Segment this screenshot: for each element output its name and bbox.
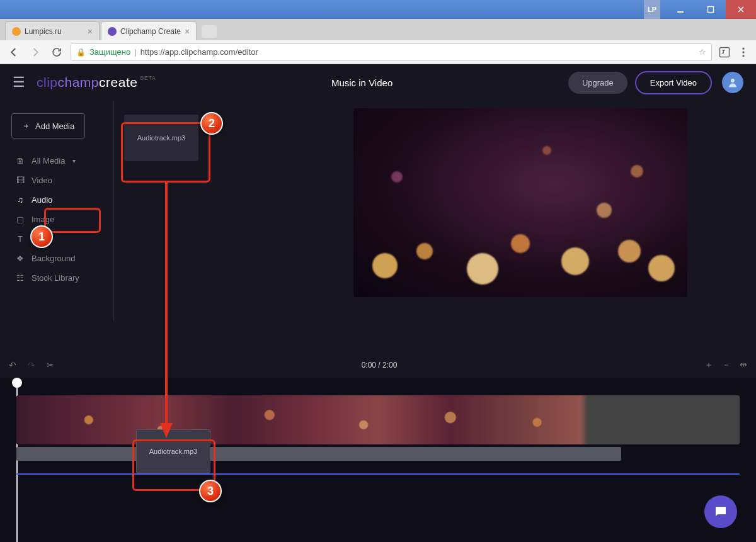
sidebar-item-image[interactable]: ▢ Image xyxy=(11,210,113,229)
preview-panel xyxy=(303,101,756,353)
address-bar[interactable]: 🔒 Защищено | https://app.clipchamp.com/e… xyxy=(71,43,712,61)
sidebar-item-stock[interactable]: ☷ Stock Library xyxy=(11,268,113,288)
browser-tabstrip: Lumpics.ru × Clipchamp Create × xyxy=(0,19,756,40)
media-sidebar: ＋ Add Media 🗎 All Media ▾ 🎞 Video ♫ Audi… xyxy=(0,101,113,353)
svg-point-8 xyxy=(731,79,735,82)
annotation-badge-3: 3 xyxy=(199,480,222,502)
image-icon: ▢ xyxy=(15,215,25,224)
lock-icon: 🔒 xyxy=(76,48,86,57)
tab-title: Lumpics.ru xyxy=(25,27,62,36)
add-media-button[interactable]: ＋ Add Media xyxy=(11,113,85,138)
secure-label: Защищено xyxy=(89,47,130,57)
browser-tab[interactable]: Lumpics.ru × xyxy=(5,21,100,40)
film-icon: 🎞 xyxy=(15,176,25,185)
layers-icon: ❖ xyxy=(15,254,25,263)
translate-icon[interactable] xyxy=(718,46,731,59)
svg-rect-4 xyxy=(720,47,730,57)
app-logo: clipchampcreateBETA xyxy=(37,75,156,90)
browser-menu-icon[interactable] xyxy=(737,46,750,59)
svg-point-5 xyxy=(742,47,744,49)
library-icon: ☷ xyxy=(15,273,25,283)
audio-clip-label: Audiotrack.mp3 xyxy=(149,448,197,455)
annotation-badge-1: 1 xyxy=(30,225,53,248)
annotation-badge-2: 2 xyxy=(200,112,223,135)
nav-reload-button[interactable] xyxy=(49,45,64,60)
plus-icon: ＋ xyxy=(22,120,30,132)
media-panel: Audiotrack.mp3 xyxy=(114,101,303,353)
browser-tab[interactable]: Clipchamp Create × xyxy=(101,21,197,40)
svg-point-6 xyxy=(742,51,744,53)
zoom-in-button[interactable]: ＋ xyxy=(704,359,713,371)
clipchamp-app: ☰ clipchampcreateBETA Music in Video Upg… xyxy=(0,64,756,542)
timeline-guide-line xyxy=(16,473,740,475)
favicon-icon xyxy=(12,27,21,36)
file-icon: 🗎 xyxy=(15,156,25,166)
zoom-out-button[interactable]: － xyxy=(722,359,731,371)
favicon-icon xyxy=(108,27,117,36)
sidebar-item-label: Stock Library xyxy=(32,273,79,283)
media-card-audio[interactable]: Audiotrack.mp3 xyxy=(124,115,198,161)
video-preview[interactable] xyxy=(353,108,687,297)
split-button[interactable]: ✂ xyxy=(47,360,54,370)
title-icon: T xyxy=(15,234,25,244)
user-avatar[interactable] xyxy=(722,72,743,93)
window-minimize-button[interactable] xyxy=(665,0,696,19)
timeline[interactable]: Audiotrack.mp3 xyxy=(0,378,756,542)
playback-time: 0:00 / 2:00 xyxy=(66,361,693,370)
user-badge: LP xyxy=(644,0,660,19)
media-card-label: Audiotrack.mp3 xyxy=(137,134,185,142)
sidebar-item-background[interactable]: ❖ Background xyxy=(11,249,113,268)
music-icon: ♫ xyxy=(15,195,25,205)
new-tab-button[interactable] xyxy=(202,25,217,38)
timeline-video-track[interactable] xyxy=(16,395,740,444)
sidebar-item-label: Background xyxy=(32,254,75,263)
svg-point-7 xyxy=(742,55,744,57)
window-maximize-button[interactable] xyxy=(696,0,726,19)
tab-close-icon[interactable]: × xyxy=(185,26,190,37)
browser-toolbar: 🔒 Защищено | https://app.clipchamp.com/e… xyxy=(0,40,756,64)
sidebar-item-all-media[interactable]: 🗎 All Media ▾ xyxy=(11,151,113,171)
tab-title: Clipchamp Create xyxy=(120,27,181,36)
window-titlebar: LP xyxy=(0,0,756,19)
sidebar-item-label: Image xyxy=(32,215,54,224)
nav-forward-button[interactable] xyxy=(28,45,43,60)
chevron-down-icon: ▾ xyxy=(72,157,76,164)
nav-back-button[interactable] xyxy=(6,45,21,60)
sidebar-item-label: Audio xyxy=(32,195,52,205)
project-title[interactable]: Music in Video xyxy=(156,77,568,88)
hamburger-menu-button[interactable]: ☰ xyxy=(13,74,25,91)
timeline-audio-track[interactable]: Audiotrack.mp3 xyxy=(16,447,621,461)
chat-fab-button[interactable] xyxy=(704,495,737,528)
upgrade-button[interactable]: Upgrade xyxy=(568,72,627,94)
svg-rect-1 xyxy=(708,7,714,13)
timeline-audio-clip[interactable]: Audiotrack.mp3 xyxy=(136,429,210,473)
add-media-label: Add Media xyxy=(35,121,74,131)
export-video-button[interactable]: Export Video xyxy=(635,71,712,94)
window-close-button[interactable] xyxy=(726,0,756,19)
redo-button[interactable]: ↷ xyxy=(28,360,35,370)
sidebar-item-label: All Media xyxy=(32,156,65,166)
tab-close-icon[interactable]: × xyxy=(88,26,93,37)
app-header: ☰ clipchampcreateBETA Music in Video Upg… xyxy=(0,64,756,101)
sidebar-item-audio[interactable]: ♫ Audio xyxy=(11,190,113,210)
url-text: https://app.clipchamp.com/editor xyxy=(140,47,258,57)
bookmark-star-icon[interactable]: ☆ xyxy=(699,47,706,57)
fit-timeline-button[interactable]: ⇹ xyxy=(740,359,747,371)
sidebar-item-label: Video xyxy=(32,176,52,185)
timeline-controls: ↶ ↷ ✂ 0:00 / 2:00 ＋ － ⇹ xyxy=(0,353,756,378)
sidebar-item-title[interactable]: T Title xyxy=(11,229,113,249)
undo-button[interactable]: ↶ xyxy=(9,360,16,370)
sidebar-item-video[interactable]: 🎞 Video xyxy=(11,171,113,190)
